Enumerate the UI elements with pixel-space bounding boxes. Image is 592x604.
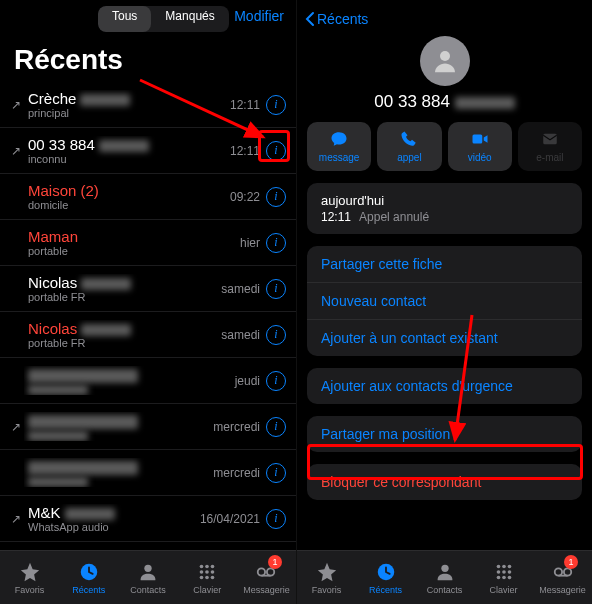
svg-point-12	[258, 568, 265, 575]
back-button[interactable]: Récents	[305, 11, 368, 27]
call-sub: portable FR	[28, 337, 221, 349]
outgoing-icon: ↗	[8, 420, 24, 434]
tab-keypad[interactable]: Clavier	[474, 551, 533, 604]
tab-recents[interactable]: Récents	[59, 551, 118, 604]
svg-point-21	[496, 564, 500, 568]
contact-actions-card: Partager cette fiche Nouveau contact Ajo…	[307, 246, 582, 356]
call-row[interactable]: Nicolasportable FRsamedii	[0, 312, 296, 358]
call-name: M&K	[28, 504, 200, 521]
tab-bar: Favoris Récents Contacts Clavier Message…	[297, 550, 592, 604]
clock-icon	[78, 561, 100, 583]
contact-number: 00 33 884	[297, 92, 592, 112]
svg-point-8	[211, 570, 215, 574]
history-entry: 12:11Appel annulé	[307, 208, 582, 234]
mail-icon	[541, 130, 559, 148]
action-call[interactable]: appel	[377, 122, 441, 171]
call-name: Nicolas	[28, 274, 221, 291]
call-row[interactable]: Maison (2)domicile09:22i	[0, 174, 296, 220]
outgoing-icon: ↗	[8, 512, 24, 526]
call-row[interactable]: ↗Crècheprincipal12:11i	[0, 82, 296, 128]
info-button[interactable]: i	[266, 417, 286, 437]
call-row[interactable]: mercredii	[0, 450, 296, 496]
block-caller[interactable]: Bloquer ce correspondant	[307, 464, 582, 500]
info-button[interactable]: i	[266, 279, 286, 299]
call-name	[28, 412, 213, 429]
action-mail: e-mail	[518, 122, 582, 171]
tab-favorites[interactable]: Favoris	[297, 551, 356, 604]
action-video[interactable]: vidéo	[448, 122, 512, 171]
call-sub	[28, 383, 235, 395]
edit-button[interactable]: Modifier	[234, 8, 284, 24]
info-button[interactable]: i	[266, 187, 286, 207]
message-icon	[330, 130, 348, 148]
keypad-icon	[493, 561, 515, 583]
call-sub	[28, 475, 213, 487]
phone-icon	[400, 130, 418, 148]
svg-point-2	[144, 564, 151, 571]
svg-rect-16	[472, 135, 482, 144]
call-name	[28, 458, 213, 475]
segment-missed[interactable]: Manqués	[151, 6, 228, 32]
call-sub	[28, 429, 213, 441]
info-button[interactable]: i	[266, 325, 286, 345]
share-contact[interactable]: Partager cette fiche	[307, 246, 582, 283]
tab-contacts[interactable]: Contacts	[118, 551, 177, 604]
new-contact[interactable]: Nouveau contact	[307, 283, 582, 320]
call-time: 12:11	[230, 98, 260, 112]
tab-contacts[interactable]: Contacts	[415, 551, 474, 604]
svg-point-24	[496, 570, 500, 574]
call-time: hier	[240, 236, 260, 250]
call-row[interactable]: ↗M&KWhatsApp audio16/04/2021i	[0, 496, 296, 542]
call-time: jeudi	[235, 374, 260, 388]
call-name: Maison (2)	[28, 182, 230, 199]
svg-point-29	[507, 575, 511, 579]
keypad-icon	[196, 561, 218, 583]
svg-point-9	[200, 575, 204, 579]
history-card: aujourd'hui 12:11Appel annulé	[307, 183, 582, 234]
call-name: Crèche	[28, 90, 230, 107]
info-button[interactable]: i	[266, 141, 286, 161]
call-row[interactable]: Mamanportablehieri	[0, 220, 296, 266]
tab-recents[interactable]: Récents	[356, 551, 415, 604]
svg-point-30	[554, 568, 561, 575]
svg-point-7	[205, 570, 209, 574]
outgoing-icon: ↗	[8, 144, 24, 158]
call-sub: portable	[28, 245, 240, 257]
action-message[interactable]: message	[307, 122, 371, 171]
call-name: 00 33 884	[28, 136, 230, 153]
segmented-control[interactable]: Tous Manqués	[98, 6, 229, 32]
video-icon	[471, 130, 489, 148]
chevron-left-icon	[305, 11, 315, 27]
call-row[interactable]: ↗00 33 884inconnu12:11i	[0, 128, 296, 174]
person-icon	[137, 561, 159, 583]
info-button[interactable]: i	[266, 95, 286, 115]
segment-all[interactable]: Tous	[98, 6, 151, 32]
location-card: Partager ma position	[307, 416, 582, 452]
call-row[interactable]: ↗mercredii	[0, 404, 296, 450]
info-button[interactable]: i	[266, 509, 286, 529]
svg-point-26	[507, 570, 511, 574]
call-time: 12:11	[230, 144, 260, 158]
tab-voicemail[interactable]: Messagerie 1	[237, 551, 296, 604]
tab-voicemail[interactable]: Messagerie 1	[533, 551, 592, 604]
tab-favorites[interactable]: Favoris	[0, 551, 59, 604]
svg-point-27	[496, 575, 500, 579]
add-emergency[interactable]: Ajouter aux contacts d'urgence	[307, 368, 582, 404]
svg-point-28	[502, 575, 506, 579]
call-time: mercredi	[213, 466, 260, 480]
call-row[interactable]: jeudii	[0, 358, 296, 404]
info-button[interactable]: i	[266, 233, 286, 253]
call-row[interactable]: Nicolasportable FRsamedii	[0, 266, 296, 312]
svg-rect-17	[543, 134, 557, 145]
avatar	[420, 36, 470, 86]
recents-screen: Tous Manqués Modifier Récents ↗Crèchepri…	[0, 0, 296, 604]
svg-point-10	[205, 575, 209, 579]
voicemail-badge: 1	[564, 555, 578, 569]
info-button[interactable]: i	[266, 463, 286, 483]
clock-icon	[375, 561, 397, 583]
contact-detail-screen: Récents 00 33 884 message appel vidéo e-…	[296, 0, 592, 604]
share-location[interactable]: Partager ma position	[307, 416, 582, 452]
info-button[interactable]: i	[266, 371, 286, 391]
tab-keypad[interactable]: Clavier	[178, 551, 237, 604]
add-to-existing[interactable]: Ajouter à un contact existant	[307, 320, 582, 356]
